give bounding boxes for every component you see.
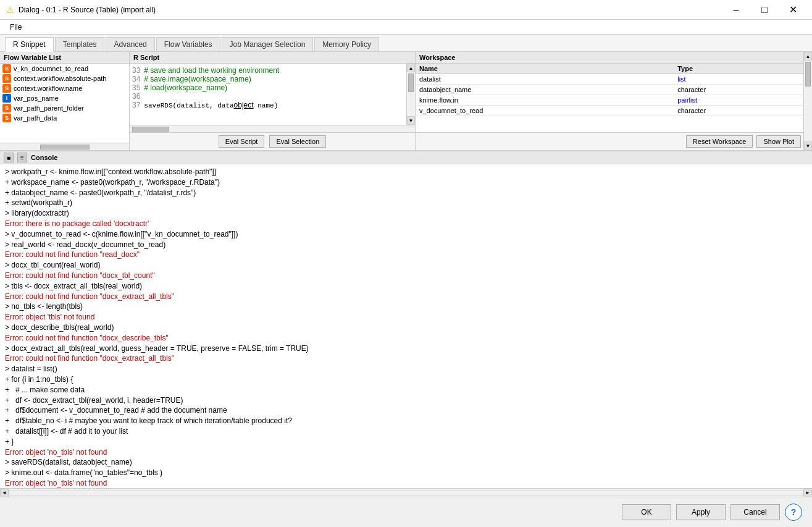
r-script-panel-header: R Script	[130, 52, 415, 64]
tab-r-snippet[interactable]: R Snippet	[5, 37, 54, 52]
console-line: > v_documnet_to_read <- c(knime.flow.in[…	[5, 229, 807, 240]
show-plot-button[interactable]: Show Plot	[756, 135, 801, 148]
list-item[interactable]: S context.workflow.absolute-path	[0, 74, 129, 83]
console-panel: ■ ≡ Console > workpath_r <- knime.flow.i…	[0, 151, 812, 497]
console-line: + df$document <- v_documnet_to_read # ad…	[5, 405, 807, 416]
console-title: Console	[31, 154, 57, 161]
workspace-table[interactable]: Name Type datalist list dataobject_name …	[416, 64, 803, 132]
console-line: + datalist[[i]] <- df # add it to your l…	[5, 426, 807, 437]
console-error-line: Error: object 'no_tbls' not found	[5, 447, 807, 458]
var-label: var_path_parent_folder	[14, 104, 84, 112]
r-script-buttons: Eval Script Eval Selection	[130, 132, 415, 150]
console-line: + for (i in 1:no_tbls) {	[5, 374, 807, 385]
tab-advanced[interactable]: Advanced	[106, 37, 154, 51]
console-line: + df$table_no <- i # maybe you want to k…	[5, 416, 807, 426]
workspace-data-table: Name Type datalist list dataobject_name …	[416, 64, 803, 116]
console-line: + # ... make some data	[5, 385, 807, 395]
console-line: + setwd(workpath_r)	[5, 198, 807, 208]
title-bar: ⚠ Dialog - 0:1 - R Source (Table) (impor…	[0, 0, 812, 20]
cancel-button[interactable]: Cancel	[730, 504, 780, 520]
tab-memory-policy[interactable]: Memory Policy	[314, 37, 379, 51]
hscroll-track[interactable]	[9, 490, 803, 496]
var-label: context.workflow.name	[14, 85, 82, 92]
r-script-vscroll[interactable]: ▲ ▼	[406, 64, 415, 125]
tab-templates[interactable]: Templates	[55, 37, 105, 51]
console-error-line: Error: object 'tbls' not found	[5, 312, 807, 323]
hscroll-right-arrow[interactable]: ►	[803, 489, 812, 497]
ok-button[interactable]: OK	[622, 504, 671, 520]
list-item[interactable]: S var_path_parent_folder	[0, 103, 129, 113]
scroll-down-arrow[interactable]: ▼	[407, 116, 415, 125]
file-menu[interactable]: File	[5, 22, 27, 33]
console-hscroll[interactable]: ◄ ►	[0, 488, 812, 497]
ws-type: list	[674, 74, 803, 85]
console-error-line: Error: could not find function "docx_tbl…	[5, 271, 807, 281]
hscroll-left-arrow[interactable]: ◄	[0, 489, 9, 497]
list-item[interactable]: S context.workflow.name	[0, 83, 129, 93]
var-label: v_kn_documnet_to_read	[14, 65, 88, 72]
list-item[interactable]: S var_path_data	[0, 113, 129, 123]
scroll-up-arrow[interactable]: ▲	[407, 64, 415, 72]
minimize-button[interactable]: –	[722, 0, 750, 20]
console-line: > knime.out <- data.frame("no_tables"=no…	[5, 468, 807, 478]
console-line: + }	[5, 437, 807, 447]
var-icon-s: S	[2, 64, 11, 73]
console-line: + df <- docx_extract_tbl(real_world, i, …	[5, 395, 807, 406]
workspace-buttons: Reset Workspace Show Plot	[416, 132, 803, 150]
console-action-button[interactable]: ≡	[17, 153, 27, 162]
console-line: > real_world <- read_docx(v_documnet_to_…	[5, 240, 807, 250]
reset-workspace-button[interactable]: Reset Workspace	[686, 135, 753, 148]
menu-bar: File	[0, 20, 812, 35]
list-item[interactable]: S v_kn_documnet_to_read	[0, 64, 129, 74]
help-button[interactable]: ?	[785, 504, 802, 521]
console-line: + dataobject_name <- paste0(workpath_r, …	[5, 188, 807, 198]
flow-variable-list[interactable]: S v_kn_documnet_to_read S context.workfl…	[0, 64, 129, 143]
maximize-button[interactable]: □	[750, 0, 779, 20]
var-icon-s: S	[2, 114, 11, 122]
var-label: context.workflow.absolute-path	[14, 75, 106, 82]
top-panel-vscroll[interactable]: ▲ ▼	[803, 52, 812, 150]
tab-flow-variables[interactable]: Flow Variables	[156, 37, 220, 51]
col-type-header: Type	[674, 64, 803, 74]
top-scroll-down[interactable]: ▼	[804, 141, 812, 150]
console-line: > saveRDS(datalist, dataobject_name)	[5, 457, 807, 468]
table-row[interactable]: v_documnet_to_read character	[416, 106, 803, 116]
r-script-hscroll[interactable]	[130, 125, 415, 132]
tab-job-manager[interactable]: Job Manager Selection	[222, 37, 314, 51]
eval-selection-button[interactable]: Eval Selection	[269, 135, 326, 148]
r-script-editor[interactable]: 33# save and load the working environmen…	[130, 64, 406, 125]
console-line: > library(docxtractr)	[5, 208, 807, 219]
workspace-panel: Workspace Name Type datalist list	[416, 52, 803, 150]
console-error-line: Error: object 'no_tbls' not found	[5, 478, 807, 488]
table-row[interactable]: dataobject_name character	[416, 85, 803, 95]
title-bar-left: ⚠ Dialog - 0:1 - R Source (Table) (impor…	[5, 5, 156, 15]
scroll-track	[804, 61, 812, 141]
var-icon-i: I	[2, 94, 11, 103]
var-label: var_pos_name	[14, 95, 59, 102]
flow-var-hscroll[interactable]	[0, 143, 129, 150]
window-title: Dialog - 0:1 - R Source (Table) (import …	[19, 6, 156, 14]
top-panel: Flow Variable List S v_kn_documnet_to_re…	[0, 52, 812, 151]
main-content: Flow Variable List S v_kn_documnet_to_re…	[0, 52, 812, 527]
console-line: > no_tbls <- length(tbls)	[5, 301, 807, 312]
list-item[interactable]: I var_pos_name	[0, 93, 129, 103]
ws-name: knime.flow.in	[416, 95, 674, 106]
table-row[interactable]: datalist list	[416, 74, 803, 85]
console-error-line: Error: could not find function "docx_des…	[5, 333, 807, 344]
tab-bar: R Snippet Templates Advanced Flow Variab…	[0, 35, 812, 52]
console-error-line: Error: there is no package called 'docxt…	[5, 219, 807, 229]
eval-script-button[interactable]: Eval Script	[219, 135, 265, 148]
console-line: > docx_describe_tbls(real_world)	[5, 323, 807, 333]
flow-variable-panel: Flow Variable List S v_kn_documnet_to_re…	[0, 52, 130, 150]
flow-variable-panel-header: Flow Variable List	[0, 52, 129, 64]
table-row[interactable]: knime.flow.in pairlist	[416, 95, 803, 106]
console-line: > docx_extract_all_tbls(real_world, gues…	[5, 344, 807, 354]
console-clear-button[interactable]: ■	[4, 153, 14, 162]
ws-type: pairlist	[674, 95, 803, 106]
top-scroll-up[interactable]: ▲	[804, 52, 812, 61]
ws-type: character	[674, 106, 803, 116]
console-output[interactable]: > workpath_r <- knime.flow.in[["context.…	[0, 164, 812, 488]
console-line: > workpath_r <- knime.flow.in[["context.…	[5, 167, 807, 177]
close-button[interactable]: ✕	[779, 0, 807, 20]
apply-button[interactable]: Apply	[676, 504, 726, 520]
